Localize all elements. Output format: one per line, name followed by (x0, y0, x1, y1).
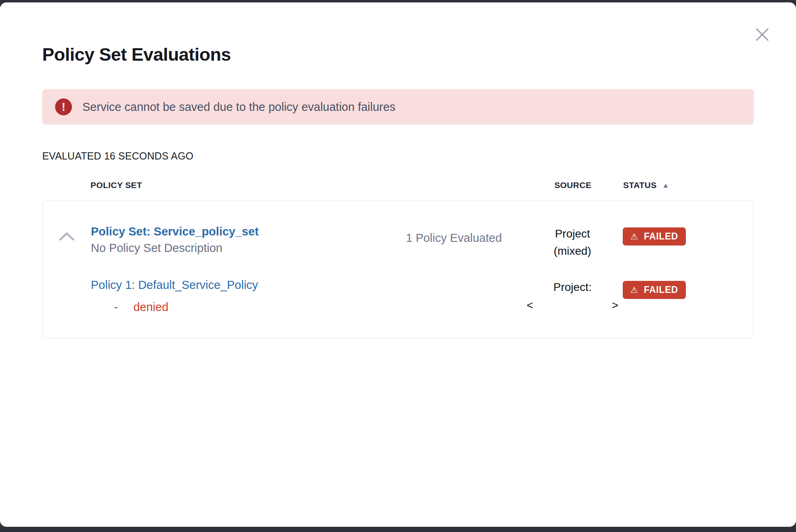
error-message: Service cannot be saved due to the polic… (82, 100, 396, 114)
policy-set-link[interactable]: Policy Set: Service_policy_set (91, 225, 259, 238)
modal-content: Policy Set Evaluations ! Service cannot … (0, 44, 796, 339)
detail-dash: - (114, 301, 118, 314)
table-header-row: POLICY SET SOURCE STATUS ▲ (42, 180, 754, 190)
error-banner: ! Service cannot be saved due to the pol… (42, 89, 754, 125)
status-badge-label: FAILED (644, 284, 678, 295)
warning-triangle-icon: ⚠ (630, 286, 638, 294)
policy-set-cell: Policy Set: Service_policy_set No Policy… (91, 225, 386, 255)
policy-cell: Policy 1: Default_Service_Policy - denie… (91, 278, 386, 314)
policy-set-description: No Policy Set Description (91, 241, 386, 255)
policies-evaluated-count: 1 Policy Evaluated (386, 225, 522, 245)
status-badge: ⚠ FAILED (623, 227, 686, 246)
policy-link[interactable]: Policy 1: Default_Service_Policy (91, 278, 258, 291)
status-badge: ⚠ FAILED (623, 281, 686, 299)
angle-open: < (527, 297, 533, 314)
chevron-up-icon (58, 237, 76, 243)
warning-triangle-icon: ⚠ (630, 232, 638, 241)
source-cell: Project: < > (522, 278, 623, 314)
sort-ascending-icon: ▲ (662, 182, 669, 189)
policy-set-evaluations-modal: Policy Set Evaluations ! Service cannot … (0, 2, 796, 527)
status-cell: ⚠ FAILED (623, 225, 719, 246)
table-row: Policy Set: Service_policy_set No Policy… (43, 225, 719, 260)
collapse-row-button[interactable] (58, 231, 76, 243)
chevron-cell (43, 225, 91, 243)
column-header-policy-set: POLICY SET (90, 180, 386, 190)
source-redacted-line: < > (527, 297, 618, 314)
close-button[interactable] (753, 25, 772, 44)
column-header-source: SOURCE (523, 180, 623, 190)
policy-denied-status: denied (133, 301, 168, 314)
evaluated-timestamp: EVALUATED 16 SECONDS AGO (42, 150, 754, 162)
status-badge-label: FAILED (644, 231, 678, 242)
column-header-status[interactable]: STATUS ▲ (623, 180, 720, 190)
policy-detail: - denied (91, 301, 386, 314)
source-line: (mixed) (522, 242, 623, 260)
angle-close: > (612, 297, 618, 314)
page-title: Policy Set Evaluations (42, 44, 754, 65)
source-cell: Project (mixed) (522, 225, 623, 260)
close-icon (754, 26, 771, 43)
source-line: Project: (522, 278, 623, 296)
policy-set-card: Policy Set: Service_policy_set No Policy… (42, 201, 754, 339)
status-cell: ⚠ FAILED (623, 278, 719, 299)
status-header-label: STATUS (623, 180, 656, 190)
error-icon: ! (55, 98, 72, 115)
source-line: Project (522, 225, 623, 242)
table-row: Policy 1: Default_Service_Policy - denie… (43, 278, 719, 314)
